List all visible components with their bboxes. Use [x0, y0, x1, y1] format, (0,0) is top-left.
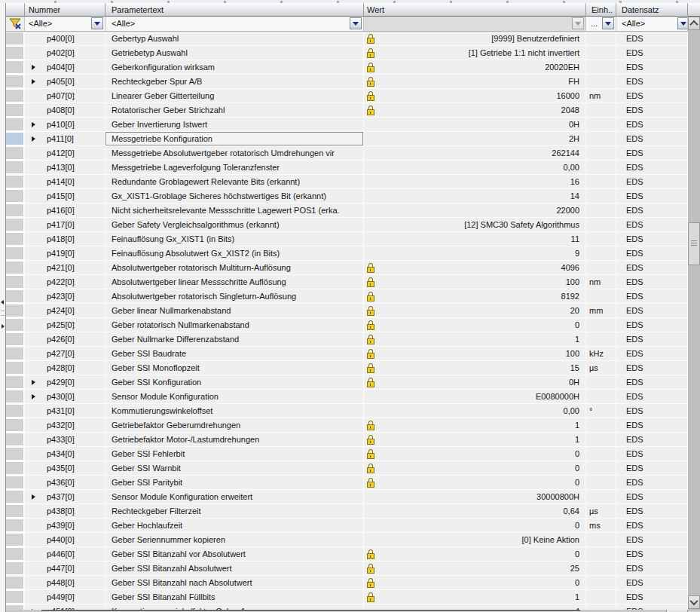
param-number-cell[interactable]: p448[0]	[25, 576, 105, 590]
param-number-cell[interactable]: p424[0]	[25, 304, 105, 318]
param-number-cell[interactable]: p410[0]	[25, 118, 105, 132]
param-value-cell[interactable]: 25	[364, 562, 586, 576]
param-number-cell[interactable]: p416[0]	[25, 203, 105, 218]
row-selector[interactable]	[6, 318, 25, 332]
param-value-cell[interactable]: 16	[364, 175, 586, 189]
param-value-cell[interactable]: 0,00	[364, 404, 586, 418]
param-value-cell[interactable]: [12] SMC30 Safety Algorithmus	[364, 218, 586, 232]
param-number-cell[interactable]: p436[0]	[25, 476, 105, 490]
row-selector[interactable]	[6, 118, 25, 132]
row-selector[interactable]	[6, 103, 25, 118]
param-number-cell[interactable]: p426[0]	[25, 332, 105, 347]
param-number-cell[interactable]: p437[0]	[25, 490, 105, 504]
param-text-cell[interactable]: Rechteckgeber Filterzeit	[105, 504, 364, 519]
row-selector[interactable]	[6, 418, 25, 433]
param-number-cell[interactable]: p405[0]	[25, 75, 105, 89]
row-selector[interactable]	[6, 203, 25, 218]
param-number-cell[interactable]: p433[0]	[25, 433, 105, 447]
param-text-cell[interactable]: Kommutierungswinkeloffset	[105, 404, 364, 418]
param-value-cell[interactable]: 0	[364, 519, 586, 533]
param-value-cell[interactable]: 4096	[364, 261, 586, 275]
row-selector[interactable]	[6, 132, 25, 146]
collapse-right-arrow-icon[interactable]	[2, 324, 5, 329]
row-selector[interactable]	[6, 261, 25, 275]
row-selector[interactable]	[6, 161, 25, 175]
row-selector[interactable]	[6, 375, 25, 390]
row-selector[interactable]	[6, 75, 25, 89]
expand-arrow-icon[interactable]	[32, 394, 39, 399]
param-number-cell[interactable]: p431[0]	[25, 404, 105, 418]
row-selector[interactable]	[6, 490, 25, 504]
row-selector[interactable]	[6, 519, 25, 533]
expand-arrow-icon[interactable]	[32, 79, 39, 84]
dropdown-arrow-icon[interactable]	[91, 17, 103, 29]
scrollbar-thumb[interactable]	[688, 222, 700, 265]
param-number-cell[interactable]: p425[0]	[25, 318, 105, 332]
param-value-cell[interactable]: 1	[364, 590, 586, 604]
param-text-cell[interactable]: Sensor Module Konfiguration erweitert	[105, 490, 364, 504]
param-value-cell[interactable]: 30000800H	[364, 490, 586, 504]
row-selector[interactable]	[6, 476, 25, 490]
param-value-cell[interactable]: 2048	[364, 103, 586, 118]
param-text-cell[interactable]: Geber SSI Bitanzahl Füllbits	[105, 590, 364, 604]
column-header-datensatz[interactable]: Datensatz	[616, 3, 688, 17]
param-number-cell[interactable]: p412[0]	[25, 146, 105, 161]
row-selector[interactable]	[6, 189, 25, 203]
param-text-cell[interactable]: Feinauflösung Gx_XIST1 (in Bits)	[105, 232, 364, 246]
dropdown-arrow-icon[interactable]	[602, 17, 614, 29]
param-value-cell[interactable]: 0H	[364, 375, 586, 390]
param-text-cell[interactable]: Geber SSI Paritybit	[105, 476, 364, 490]
row-selector[interactable]	[6, 89, 25, 103]
column-header-wert[interactable]: Wert	[364, 3, 586, 17]
dropdown-arrow-icon[interactable]	[677, 17, 688, 29]
param-value-cell[interactable]: 0	[364, 447, 586, 461]
param-number-cell[interactable]: p435[0]	[25, 461, 105, 476]
row-selector[interactable]	[6, 275, 25, 289]
expand-arrow-icon[interactable]	[32, 122, 39, 127]
expand-arrow-icon[interactable]	[32, 136, 39, 142]
param-text-cell[interactable]: Messgetriebe Lageverfolgung Toleranzfens…	[105, 161, 364, 175]
param-text-cell[interactable]: Geber Nullmarke Differenzabstand	[105, 332, 364, 347]
param-number-cell[interactable]: p414[0]	[25, 175, 105, 189]
row-selector[interactable]	[6, 32, 25, 46]
param-value-cell[interactable]: 1	[364, 418, 586, 433]
row-selector[interactable]	[6, 146, 25, 161]
param-number-cell[interactable]: p439[0]	[25, 519, 105, 533]
param-text-cell[interactable]: Geber SSI Fehlerbit	[105, 447, 364, 461]
param-number-cell[interactable]: p430[0]	[25, 390, 105, 404]
expand-arrow-icon[interactable]	[32, 494, 39, 500]
param-number-cell[interactable]: p407[0]	[25, 89, 105, 103]
param-value-cell[interactable]: FH	[364, 75, 586, 89]
param-number-cell[interactable]: p400[0]	[25, 32, 105, 46]
param-value-cell[interactable]: 20020EH	[364, 60, 586, 75]
param-text-cell[interactable]: Getriebefaktor Motor-/Lastumdrehungen	[105, 433, 364, 447]
param-number-cell[interactable]: p449[0]	[25, 590, 105, 604]
row-selector[interactable]	[6, 404, 25, 418]
param-text-cell[interactable]: Rotatorischer Geber Strichzahl	[105, 103, 364, 118]
pane-splitter[interactable]	[0, 3, 6, 612]
param-number-cell[interactable]: p428[0]	[25, 361, 105, 375]
param-text-cell[interactable]: Sensor Module Konfiguration	[105, 390, 364, 404]
vertical-scrollbar[interactable]	[688, 17, 700, 610]
param-text-cell[interactable]: Geber SSI Bitanzahl Absolutwert	[105, 562, 364, 576]
param-text-cell[interactable]: Geber SSI Warnbit	[105, 461, 364, 476]
param-value-cell[interactable]: [1] Getriebe 1:1 nicht invertiert	[364, 46, 586, 60]
column-header-parametertext[interactable]: Parametertext	[105, 3, 364, 17]
row-selector[interactable]	[6, 289, 25, 304]
param-text-cell[interactable]: Gebertyp Auswahl	[105, 32, 364, 46]
param-value-cell[interactable]: 11	[364, 232, 586, 246]
param-value-cell[interactable]: 9	[364, 246, 586, 261]
param-value-cell[interactable]: 0	[364, 547, 586, 562]
param-text-cell[interactable]: Geber SSI Baudrate	[105, 347, 364, 361]
param-number-cell[interactable]: p413[0]	[25, 161, 105, 175]
param-value-cell[interactable]: 100	[364, 275, 586, 289]
param-value-cell[interactable]: 100	[364, 347, 586, 361]
row-selector[interactable]	[6, 232, 25, 246]
param-value-cell[interactable]: 22000	[364, 203, 586, 218]
param-number-cell[interactable]: p421[0]	[25, 261, 105, 275]
param-value-cell[interactable]: 0	[364, 318, 586, 332]
param-text-cell[interactable]: Messgetriebe Absolutwertgeber rotatorisc…	[105, 146, 364, 161]
param-number-cell[interactable]: p404[0]	[25, 60, 105, 75]
param-text-cell[interactable]: Geber linear Nullmarkenabstand	[105, 304, 364, 318]
row-selector[interactable]	[6, 246, 25, 261]
